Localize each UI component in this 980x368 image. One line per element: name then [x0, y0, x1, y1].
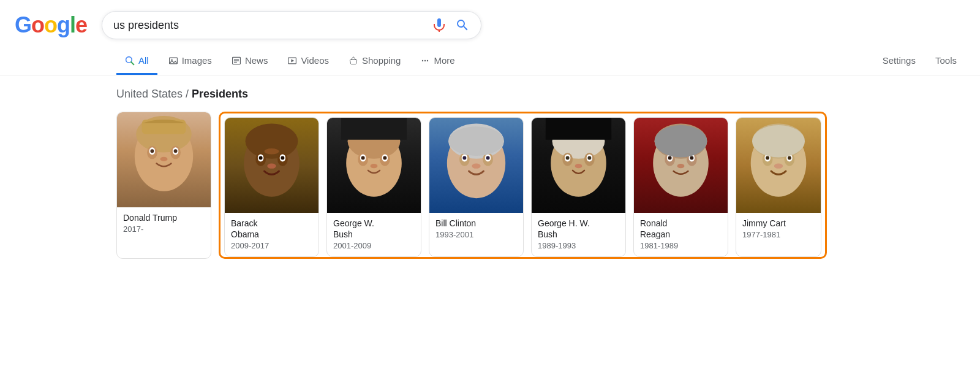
svg-point-60: [587, 156, 591, 160]
nav-news-label: News: [245, 55, 268, 66]
shopping-icon: [349, 56, 358, 66]
carter-years: 1977-1981: [742, 230, 815, 239]
ghwbush-info: George H. W.Bush 1989-1993: [532, 213, 625, 256]
all-icon: [125, 56, 135, 66]
logo-l: l: [70, 12, 75, 37]
carter-photo: [736, 118, 821, 213]
svg-point-80: [788, 156, 791, 160]
gwbush-photo: [327, 118, 421, 213]
nav-shopping-label: Shopping: [362, 55, 401, 66]
president-card-reagan[interactable]: RonaldReagan 1981-1989: [633, 117, 728, 257]
svg-point-82: [752, 125, 805, 157]
svg-point-41: [371, 164, 378, 168]
gwbush-face-svg: [327, 118, 421, 213]
svg-point-71: [677, 164, 685, 168]
president-card-trump[interactable]: Donald Trump 2017-: [116, 112, 211, 259]
nav-settings-label: Settings: [883, 55, 916, 66]
president-card-clinton[interactable]: Bill Clinton 1993-2001: [429, 117, 524, 257]
ghwbush-face-svg: [532, 118, 625, 213]
obama-face-svg: [225, 118, 318, 213]
clinton-years: 1993-2001: [435, 230, 517, 239]
reagan-face-svg: [634, 118, 728, 213]
carter-info: Jimmy Cart 1977-1981: [736, 213, 821, 245]
trump-info: Donald Trump 2017-: [117, 207, 211, 240]
svg-rect-42: [341, 118, 407, 140]
logo-g: G: [15, 12, 31, 37]
reagan-years: 1981-1989: [640, 241, 722, 250]
nav-item-tools[interactable]: Tools: [927, 48, 965, 75]
ghwbush-years: 1989-1993: [538, 241, 619, 250]
svg-point-52: [448, 126, 504, 156]
obama-name: BarackObama: [231, 218, 312, 240]
president-card-obama[interactable]: BarackObama 2009-2017: [224, 117, 319, 257]
news-icon: [232, 56, 241, 66]
svg-point-50: [486, 156, 490, 160]
nav-tools-label: Tools: [935, 55, 957, 66]
gwbush-info: George W.Bush 2001-2009: [327, 213, 421, 256]
nav-item-videos[interactable]: Videos: [279, 48, 337, 75]
svg-point-70: [690, 156, 693, 160]
selected-group-wrapper: BarackObama 2009-2017: [219, 112, 827, 259]
search-icons: [432, 18, 470, 33]
breadcrumb: United States / Presidents: [116, 88, 965, 101]
svg-point-61: [575, 164, 582, 168]
nav-right: Settings Tools: [874, 48, 965, 75]
search-input[interactable]: us presidents: [113, 19, 432, 32]
nav-item-settings[interactable]: Settings: [874, 48, 924, 75]
obama-info: BarackObama 2009-2017: [225, 213, 318, 256]
clinton-photo: [429, 118, 523, 213]
president-card-ghwbush[interactable]: George H. W.Bush 1989-1993: [531, 117, 626, 257]
svg-point-32: [265, 148, 279, 155]
obama-years: 2009-2017: [231, 241, 312, 250]
mic-icon[interactable]: [432, 18, 447, 33]
nav-item-more[interactable]: More: [412, 48, 463, 75]
reagan-name: RonaldReagan: [640, 218, 722, 240]
nav-more-label: More: [434, 55, 454, 66]
reagan-info: RonaldReagan 1981-1989: [634, 213, 728, 256]
header: Google us presidents: [0, 0, 980, 45]
nav-item-all[interactable]: All: [116, 48, 157, 75]
logo-o1: o: [31, 12, 44, 37]
clinton-name: Bill Clinton: [435, 218, 517, 229]
ghwbush-photo: [532, 118, 625, 213]
svg-point-30: [281, 156, 284, 160]
search-bar: us presidents: [102, 11, 481, 39]
page-wrapper: Google us presidents All: [0, 0, 980, 368]
svg-point-49: [462, 156, 466, 160]
president-card-gwbush[interactable]: George W.Bush 2001-2009: [326, 117, 421, 257]
breadcrumb-bold: Presidents: [192, 88, 248, 100]
clinton-info: Bill Clinton 1993-2001: [429, 213, 523, 245]
nav-images-label: Images: [182, 55, 212, 66]
reagan-photo: [634, 118, 728, 213]
presidents-carousel: Donald Trump 2017-: [116, 112, 965, 259]
svg-point-79: [766, 156, 769, 160]
svg-point-29: [259, 156, 263, 160]
videos-icon: [287, 56, 297, 66]
nav-item-news[interactable]: News: [223, 48, 277, 75]
nav-videos-label: Videos: [301, 55, 329, 66]
president-card-carter[interactable]: Jimmy Cart 1977-1981: [736, 117, 821, 257]
ghwbush-name: George H. W.Bush: [538, 218, 619, 240]
svg-point-20: [174, 149, 178, 153]
svg-point-51: [472, 164, 480, 169]
trump-name: Donald Trump: [123, 212, 205, 223]
search-icon[interactable]: [455, 18, 470, 33]
content: United States / Presidents: [0, 75, 980, 271]
svg-line-1: [131, 62, 134, 64]
svg-point-40: [383, 156, 386, 160]
svg-marker-9: [292, 59, 295, 62]
clinton-face-svg: [429, 118, 523, 213]
nav-item-images[interactable]: Images: [160, 48, 221, 75]
svg-point-12: [427, 59, 428, 61]
svg-point-59: [566, 156, 570, 160]
breadcrumb-prefix: United States /: [116, 88, 192, 100]
gwbush-years: 2001-2009: [333, 241, 415, 250]
nav-all-label: All: [138, 55, 149, 66]
svg-point-72: [655, 125, 707, 157]
svg-point-21: [160, 157, 168, 161]
nav-bar: All Images News Videos Shopping: [0, 45, 980, 75]
svg-point-81: [774, 164, 783, 169]
svg-point-69: [668, 156, 672, 160]
svg-rect-62: [546, 118, 611, 140]
nav-item-shopping[interactable]: Shopping: [340, 48, 409, 75]
